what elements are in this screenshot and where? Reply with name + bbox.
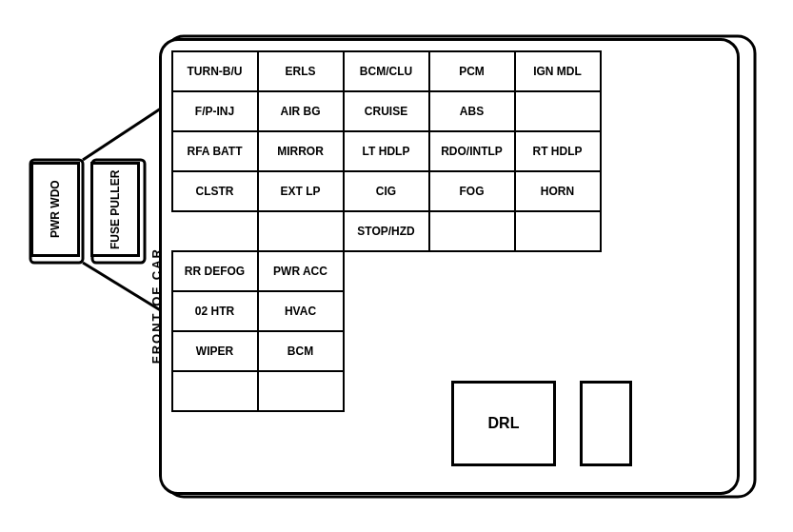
svg-line-3 [83, 105, 167, 160]
table-cell [172, 211, 258, 251]
table-cell: PWR ACC [258, 251, 344, 291]
table-cell [258, 371, 344, 411]
table-cell: HVAC [258, 291, 344, 331]
table-cell: WIPER [172, 331, 258, 371]
table-cell: BCM/CLU [344, 51, 429, 91]
table-cell: 02 HTR [172, 291, 258, 331]
table-cell [429, 211, 515, 251]
fuse-box: TURN-B/UERLSBCM/CLUPCMIGN MDLF/P-INJAIR … [159, 38, 740, 495]
table-cell: EXT LP [258, 171, 344, 211]
pwr-wdo-label: PWR WDO [30, 162, 80, 257]
table-cell: PCM [429, 51, 515, 91]
table-cell [515, 91, 601, 131]
drl-box: DRL [451, 381, 556, 466]
table-cell: IGN MDL [515, 51, 601, 91]
table-cell: HORN [515, 171, 601, 211]
table-cell: CLSTR [172, 171, 258, 211]
table-cell: RDO/INTLP [429, 131, 515, 171]
table-cell [515, 211, 601, 251]
table-cell: F/P-INJ [172, 91, 258, 131]
table-cell: LT HDLP [344, 131, 429, 171]
table-cell: RR DEFOG [172, 251, 258, 291]
fuse-table: TURN-B/UERLSBCM/CLUPCMIGN MDLF/P-INJAIR … [171, 50, 602, 412]
table-cell: MIRROR [258, 131, 344, 171]
table-cell: RFA BATT [172, 131, 258, 171]
table-cell: CRUISE [344, 91, 429, 131]
table-cell: CIG [344, 171, 429, 211]
table-cell: ABS [429, 91, 515, 131]
table-cell [172, 371, 258, 411]
table-cell [258, 211, 344, 251]
table-cell: BCM [258, 331, 344, 371]
diagram-container: PWR WDO FUSE PULLER FRONT OF CAR TURN-B/… [26, 19, 768, 514]
table-cell: AIR BG [258, 91, 344, 131]
table-cell: FOG [429, 171, 515, 211]
table-cell: RT HDLP [515, 131, 601, 171]
drl-small-box [580, 381, 632, 466]
table-cell: STOP/HZD [344, 211, 429, 251]
table-cell: ERLS [258, 51, 344, 91]
fuse-puller-label: FUSE PULLER [90, 162, 140, 257]
table-cell: TURN-B/U [172, 51, 258, 91]
